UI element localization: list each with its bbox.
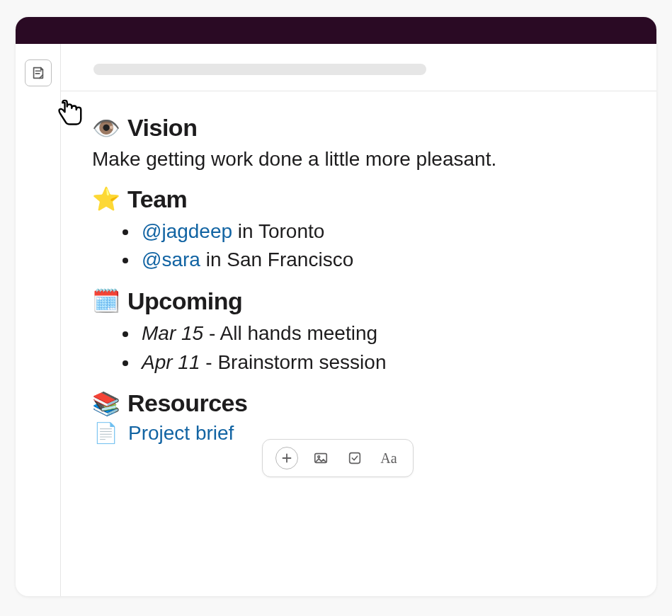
canvas-window: 👁️ Vision Make getting work done a littl… (16, 17, 656, 596)
mention-link[interactable]: @jagdeep (142, 220, 232, 242)
list-item: Apr 11 - Brainstorm session (139, 348, 625, 377)
insert-image-button[interactable] (309, 447, 332, 469)
list-item: Mar 15 - All hands meeting (139, 319, 625, 348)
plus-icon (279, 450, 295, 466)
calendar-icon: 🗓️ (92, 290, 120, 312)
books-icon: 📚 (92, 392, 120, 415)
floating-toolbar: Aa (262, 439, 414, 477)
svg-point-1 (318, 456, 320, 458)
upcoming-list: Mar 15 - All hands meeting Apr 11 - Brai… (92, 319, 625, 377)
left-rail (16, 44, 61, 596)
team-location: in San Francisco (200, 249, 353, 270)
resource-link[interactable]: Project brief (128, 422, 234, 445)
star-icon: ⭐ (92, 188, 120, 210)
event-date: Apr 11 (142, 351, 200, 373)
list-item: @jagdeep in Toronto (139, 217, 625, 246)
heading-upcoming: 🗓️ Upcoming (92, 287, 625, 315)
add-button[interactable] (275, 447, 298, 469)
main-area: 👁️ Vision Make getting work done a littl… (61, 44, 656, 596)
svg-rect-2 (350, 453, 360, 464)
heading-resources-text: Resources (127, 389, 247, 417)
heading-vision: 👁️ Vision (92, 114, 625, 142)
mention-link[interactable]: @sara (142, 249, 200, 270)
note-icon (30, 65, 46, 81)
eye-icon: 👁️ (92, 117, 120, 139)
title-placeholder[interactable] (93, 64, 426, 75)
heading-vision-text: Vision (127, 114, 197, 142)
document-title-bar (61, 44, 656, 91)
team-location: in Toronto (232, 220, 324, 242)
image-icon (313, 450, 329, 466)
body-area: 👁️ Vision Make getting work done a littl… (16, 44, 656, 596)
heading-upcoming-text: Upcoming (127, 287, 242, 315)
heading-team: ⭐ Team (92, 186, 625, 213)
text-format-icon: Aa (380, 450, 397, 467)
new-note-button[interactable] (25, 59, 52, 86)
heading-team-text: Team (127, 186, 187, 213)
team-list: @jagdeep in Toronto @sara in San Francis… (92, 217, 625, 275)
format-text-button[interactable]: Aa (377, 447, 400, 469)
checkbox-icon (347, 450, 363, 466)
list-item: @sara in San Francisco (139, 246, 625, 275)
window-titlebar (16, 17, 656, 44)
document-content[interactable]: 👁️ Vision Make getting work done a littl… (61, 91, 656, 473)
vision-body: Make getting work done a little more ple… (92, 146, 625, 173)
event-date: Mar 15 (142, 322, 203, 344)
event-desc: Brainstorm session (217, 351, 386, 373)
heading-resources: 📚 Resources (92, 389, 625, 417)
event-desc: All hands meeting (220, 322, 378, 344)
insert-checklist-button[interactable] (343, 447, 366, 469)
file-icon: 📄 (93, 421, 118, 445)
